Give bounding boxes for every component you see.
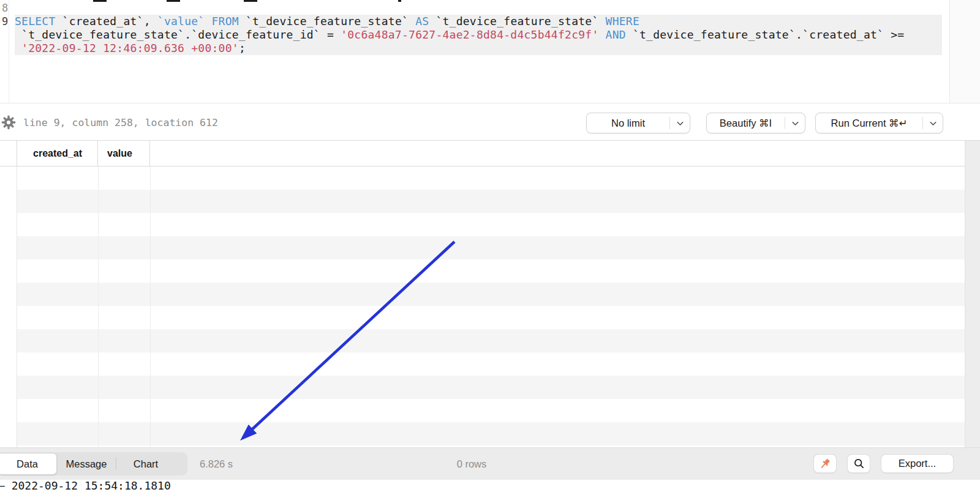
code-token-id: `t_device_feature_state` [246, 15, 415, 28]
column-header-created-at[interactable]: created_at [17, 141, 98, 166]
clipped-line-remnant [167, 0, 180, 2]
query-log-line: – 2022-09-12 15:54:18.1810 [0, 480, 980, 492]
table-header: created_at value [0, 141, 965, 166]
run-current-button-label: Run Current ⌘↵ [816, 113, 922, 133]
row-number-header [0, 141, 17, 166]
sql-editor[interactable]: 8 9 SELECT `created_at`, `value` FROM `t… [0, 0, 980, 103]
code-token-kw: AS [415, 15, 435, 28]
line-number-9: 9 [2, 15, 8, 28]
limit-button[interactable]: No limit [586, 113, 690, 133]
run-current-button[interactable]: Run Current ⌘↵ [815, 113, 943, 133]
row-number-gutter [0, 166, 17, 447]
code-token-id: `t_device_feature_state`.`device_feature… [15, 28, 341, 41]
code-line[interactable]: SELECT `created_at`, `value` FROM `t_dev… [15, 15, 942, 28]
chevron-down-icon[interactable] [670, 113, 690, 133]
limit-button-label: No limit [587, 113, 669, 133]
chevron-down-icon[interactable] [923, 113, 943, 133]
code-token-id: ; [239, 42, 246, 54]
table-row[interactable] [0, 259, 965, 283]
column-divider [98, 166, 99, 447]
chevron-down-icon[interactable] [785, 113, 805, 133]
table-row[interactable] [0, 236, 965, 259]
code-line[interactable]: '2022-09-12 12:46:09.636 +00:00'; [15, 42, 942, 55]
table-row[interactable] [0, 283, 965, 306]
editor-status-bar: line 9, column 258, location 612 No limi… [0, 103, 980, 141]
code-token-id: `t_device_feature_state`.`created_at` >= [626, 28, 905, 41]
editor-scrollbar-track[interactable] [949, 0, 980, 103]
code-token-id [205, 15, 211, 28]
export-button[interactable]: Export... [881, 454, 954, 473]
table-body[interactable] [0, 166, 965, 447]
beautify-button-label: Beautify ⌘I [707, 113, 785, 133]
clipped-line-remnant [244, 0, 257, 2]
line-number-8: 8 [2, 1, 8, 15]
code-token-kw: `value` [157, 15, 205, 28]
code-token-kw: WHERE [606, 15, 639, 28]
table-row[interactable] [0, 329, 965, 352]
grid-scrollbar-track[interactable] [965, 141, 980, 447]
pin-button[interactable] [813, 454, 837, 473]
code-token-id [15, 42, 21, 54]
clipped-line-remnant [398, 0, 401, 2]
cursor-position-status: line 9, column 258, location 612 [23, 103, 218, 141]
code-token-kw: AND [606, 28, 626, 41]
code-token-kw: FROM [212, 15, 246, 28]
table-row[interactable] [0, 166, 965, 190]
code-token-str: '0c6a48a7-7627-4ae2-8d84-d4c5b44f2c9f' [341, 28, 598, 41]
table-row[interactable] [0, 306, 965, 329]
table-row[interactable] [0, 399, 965, 422]
code-token-id [598, 28, 605, 41]
table-row[interactable] [0, 376, 965, 399]
gutter-divider [9, 0, 9, 103]
code-token-id: `t_device_feature_state` [435, 15, 605, 28]
column-divider [150, 166, 151, 447]
beautify-button[interactable]: Beautify ⌘I [706, 113, 805, 133]
table-row[interactable] [0, 213, 965, 236]
table-row[interactable] [0, 422, 965, 445]
tab-chart[interactable]: Chart [116, 452, 175, 475]
column-header-value[interactable]: value [98, 141, 150, 166]
code-token-kw: SELECT [15, 15, 62, 28]
result-tabs: DataMessageChart [0, 452, 187, 475]
table-row[interactable] [0, 352, 965, 376]
result-bar: DataMessageChart 6.826 s 0 rows Export..… [0, 447, 980, 480]
tab-data[interactable]: Data [0, 453, 57, 475]
code-token-str: '2022-09-12 12:46:09.636 +00:00' [21, 42, 239, 54]
table-row[interactable] [0, 190, 965, 213]
tab-message[interactable]: Message [57, 452, 116, 475]
clipped-line-remnant [93, 0, 107, 2]
code-line[interactable]: `t_device_feature_state`.`device_feature… [15, 28, 942, 42]
query-log-text: – 2022-09-12 15:54:18.1810 [0, 480, 171, 492]
search-button[interactable] [847, 454, 870, 473]
row-count: 0 rows [429, 448, 514, 480]
query-duration: 6.826 s [200, 448, 233, 480]
results-grid: created_at value [0, 141, 980, 447]
code-token-id: `created_at`, [62, 15, 157, 28]
sql-client-window: 8 9 SELECT `created_at`, `value` FROM `t… [0, 0, 980, 492]
gear-icon[interactable] [1, 115, 16, 130]
code-block[interactable]: SELECT `created_at`, `value` FROM `t_dev… [15, 15, 942, 55]
